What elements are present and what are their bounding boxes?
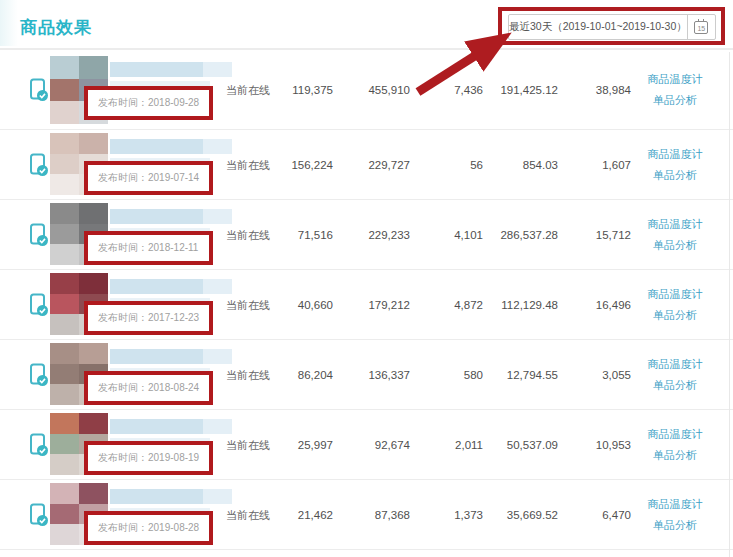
product-title-blurred — [110, 419, 232, 434]
metric-amount: 12,794.55 — [478, 369, 558, 381]
metric-orders: 4,872 — [423, 299, 483, 311]
table-row: 发布时间：2018-12-11 当前在线 71,516 229,233 4,10… — [0, 200, 733, 270]
metric-orders: 580 — [423, 369, 483, 381]
product-title-blurred — [110, 62, 232, 77]
row-actions: 商品温度计 单品分析 — [642, 354, 708, 396]
metric-amount: 35,669.52 — [478, 509, 558, 521]
metric-views: 455,910 — [345, 84, 410, 96]
publish-date-annotation-box: 发布时间：2018-08-24 — [84, 371, 213, 405]
metric-views: 229,727 — [345, 159, 410, 171]
link-product-thermometer[interactable]: 商品温度计 — [642, 144, 708, 165]
publish-date-annotation-box: 发布时间：2018-12-11 — [84, 231, 213, 265]
product-performance-page: 商品效果 最近30天（2019-10-01~2019-10-30） 15 — [0, 0, 733, 557]
table-row: 发布时间：2017-12-23 当前在线 40,660 179,212 4,87… — [0, 270, 733, 340]
publish-date-annotation-box: 发布时间：2018-09-28 — [84, 86, 213, 120]
publish-date-annotation-box: 发布时间：2019-08-19 — [84, 441, 213, 475]
mobile-verified-icon — [28, 223, 50, 247]
metric-amount: 286,537.28 — [478, 229, 558, 241]
publish-date: 发布时间：2017-12-23 — [88, 311, 199, 325]
calendar-button[interactable]: 15 — [687, 15, 715, 39]
publish-date: 发布时间：2018-12-11 — [88, 241, 198, 255]
row-actions: 商品温度计 单品分析 — [642, 69, 708, 111]
metric-views: 92,674 — [345, 439, 410, 451]
metric-orders: 1,373 — [423, 509, 483, 521]
mobile-verified-icon — [28, 363, 50, 387]
link-single-product-analysis[interactable]: 单品分析 — [642, 515, 708, 536]
product-table: 发布时间：2018-09-28 当前在线 119,375 455,910 7,4… — [0, 50, 733, 550]
metric-exposure: 86,204 — [261, 369, 333, 381]
link-product-thermometer[interactable]: 商品温度计 — [642, 214, 708, 235]
link-product-thermometer[interactable]: 商品温度计 — [642, 354, 708, 375]
metric-views: 136,337 — [345, 369, 410, 381]
publish-date: 发布时间：2018-08-24 — [88, 381, 199, 395]
link-single-product-analysis[interactable]: 单品分析 — [642, 235, 708, 256]
metric-orders: 2,011 — [423, 439, 483, 451]
metric-amount: 50,537.09 — [478, 439, 558, 451]
product-title-blurred — [110, 279, 232, 294]
product-title-blurred — [110, 209, 232, 224]
row-actions: 商品温度计 单品分析 — [642, 424, 708, 466]
mobile-verified-icon — [28, 293, 50, 317]
product-title-blurred — [110, 139, 232, 154]
metric-views: 87,368 — [345, 509, 410, 521]
row-actions: 商品温度计 单品分析 — [642, 284, 708, 326]
metric-count: 15,712 — [571, 229, 631, 241]
table-row: 发布时间：2019-08-19 当前在线 25,997 92,674 2,011… — [0, 410, 733, 480]
link-single-product-analysis[interactable]: 单品分析 — [642, 375, 708, 396]
table-row: 发布时间：2018-08-24 当前在线 86,204 136,337 580 … — [0, 340, 733, 410]
metric-views: 179,212 — [345, 299, 410, 311]
mobile-verified-icon — [28, 78, 50, 102]
metric-count: 3,055 — [571, 369, 631, 381]
metric-views: 229,233 — [345, 229, 410, 241]
publish-date-annotation-box: 发布时间：2019-08-28 — [84, 511, 213, 545]
row-actions: 商品温度计 单品分析 — [642, 144, 708, 186]
metric-count: 6,470 — [571, 509, 631, 521]
metric-orders: 4,101 — [423, 229, 483, 241]
publish-date: 发布时间：2019-07-14 — [88, 171, 199, 185]
metric-orders: 7,436 — [423, 84, 483, 96]
link-product-thermometer[interactable]: 商品温度计 — [642, 284, 708, 305]
metric-count: 1,607 — [571, 159, 631, 171]
link-single-product-analysis[interactable]: 单品分析 — [642, 445, 708, 466]
row-actions: 商品温度计 单品分析 — [642, 214, 708, 256]
publish-date: 发布时间：2018-09-28 — [88, 96, 199, 110]
right-edge-line — [729, 52, 730, 557]
metric-exposure: 21,462 — [261, 509, 333, 521]
mobile-verified-icon — [28, 153, 50, 177]
metric-exposure: 25,997 — [261, 439, 333, 451]
table-row: 发布时间：2019-08-28 当前在线 21,462 87,368 1,373… — [0, 480, 733, 550]
publish-date: 发布时间：2019-08-19 — [88, 451, 199, 465]
metric-exposure: 40,660 — [261, 299, 333, 311]
table-row: 发布时间：2019-07-14 当前在线 156,224 229,727 56 … — [0, 130, 733, 200]
link-single-product-analysis[interactable]: 单品分析 — [642, 165, 708, 186]
metric-amount: 112,129.48 — [478, 299, 558, 311]
mobile-verified-icon — [28, 433, 50, 457]
link-single-product-analysis[interactable]: 单品分析 — [642, 305, 708, 326]
publish-date-annotation-box: 发布时间：2017-12-23 — [84, 301, 213, 335]
publish-date-annotation-box: 发布时间：2019-07-14 — [84, 161, 213, 195]
date-range-label: 最近30天（2019-10-01~2019-10-30） — [509, 15, 687, 39]
link-product-thermometer[interactable]: 商品温度计 — [642, 494, 708, 515]
metric-orders: 56 — [423, 159, 483, 171]
link-product-thermometer[interactable]: 商品温度计 — [642, 69, 708, 90]
metric-exposure: 119,375 — [261, 84, 333, 96]
metric-amount: 854.03 — [478, 159, 558, 171]
left-edge-fade — [0, 0, 18, 46]
page-title: 商品效果 — [20, 16, 92, 39]
calendar-icon: 15 — [694, 21, 708, 34]
row-actions: 商品温度计 单品分析 — [642, 494, 708, 536]
link-single-product-analysis[interactable]: 单品分析 — [642, 90, 708, 111]
metric-count: 16,496 — [571, 299, 631, 311]
page-header: 商品效果 最近30天（2019-10-01~2019-10-30） 15 — [0, 0, 733, 50]
metric-count: 38,984 — [571, 84, 631, 96]
date-range-picker[interactable]: 最近30天（2019-10-01~2019-10-30） 15 — [508, 14, 716, 40]
metric-exposure: 156,224 — [261, 159, 333, 171]
metric-amount: 191,425.12 — [478, 84, 558, 96]
metric-exposure: 71,516 — [261, 229, 333, 241]
mobile-verified-icon — [28, 503, 50, 527]
product-title-blurred — [110, 349, 232, 364]
table-row: 发布时间：2018-09-28 当前在线 119,375 455,910 7,4… — [0, 50, 733, 130]
link-product-thermometer[interactable]: 商品温度计 — [642, 424, 708, 445]
publish-date: 发布时间：2019-08-28 — [88, 521, 199, 535]
product-title-blurred — [110, 489, 232, 504]
